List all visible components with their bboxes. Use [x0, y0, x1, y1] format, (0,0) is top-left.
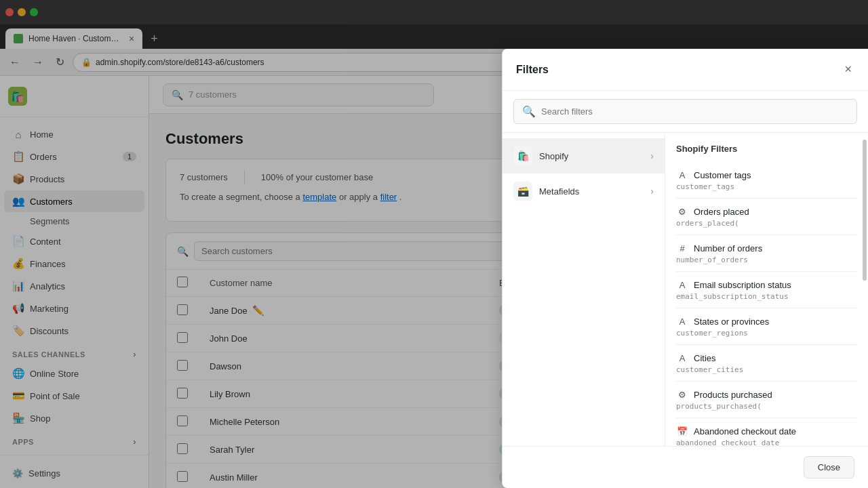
filters-close-button[interactable]: × — [842, 60, 854, 79]
shopify-source-arrow: › — [650, 150, 654, 161]
filter-type-icon: A — [676, 352, 688, 364]
filter-item-code: products_purchased( — [676, 402, 857, 411]
filter-source-metafields[interactable]: 🗃️ Metafields › — [502, 174, 665, 209]
filter-item-cities[interactable]: A Cities customer_cities — [676, 345, 857, 382]
filter-item-customer-tags[interactable]: A Customer tags customer_tags — [676, 162, 857, 199]
filter-type-icon: A — [676, 169, 688, 181]
filter-type-icon: ⚙ — [676, 205, 688, 218]
filters-title: Filters — [516, 64, 549, 76]
filters-search-input[interactable] — [541, 106, 848, 117]
filters-footer: Close — [502, 446, 868, 488]
filter-item-code: number_of_orders — [676, 256, 857, 264]
filter-item-email-subscription-status[interactable]: A Email subscription status email_subscr… — [676, 272, 857, 308]
filter-type-icon: A — [676, 315, 688, 327]
filter-item-name: 📅 Abandoned checkout date — [676, 425, 857, 437]
filter-item-products-purchased[interactable]: ⚙ Products purchased products_purchased( — [676, 382, 857, 418]
filters-search-icon: 🔍 — [522, 105, 536, 118]
filter-item-states-or-provinces[interactable]: A States or provinces customer_regions — [676, 308, 857, 345]
filter-type-icon: ⚙ — [676, 388, 688, 401]
metafields-source-arrow: › — [650, 186, 654, 197]
filter-item-name: A Email subscription status — [676, 279, 857, 291]
filters-close-btn[interactable]: Close — [804, 456, 854, 479]
filter-items-list: A Customer tags customer_tags ⚙ Orders p… — [676, 162, 857, 446]
filter-source-shopify[interactable]: 🛍️ Shopify › — [502, 138, 665, 174]
metafields-source-label: Metafields — [539, 186, 650, 197]
filter-item-code: customer_cities — [676, 365, 857, 374]
filter-item-code: customer_regions — [676, 329, 857, 338]
metafields-source-icon: 🗃️ — [513, 182, 532, 201]
filters-list: Shopify Filters A Customer tags customer… — [665, 133, 868, 446]
filter-type-icon: 📅 — [676, 425, 688, 437]
filter-item-code: email_subscription_status — [676, 292, 857, 301]
filters-sources-sidebar: 🛍️ Shopify › 🗃️ Metafields › — [502, 133, 665, 446]
scrollbar-track — [863, 133, 868, 446]
filter-item-name: A Customer tags — [676, 169, 857, 181]
filters-panel: Filters × 🔍 🛍️ Shopify › 🗃️ Metafields ›… — [502, 49, 868, 488]
filter-item-orders-placed[interactable]: ⚙ Orders placed orders_placed( — [676, 199, 857, 235]
scrollbar-thumb — [863, 140, 867, 281]
filter-item-name: ⚙ Orders placed — [676, 205, 857, 218]
filter-item-code: abandoned_checkout_date — [676, 439, 857, 446]
shopify-source-label: Shopify — [539, 151, 650, 161]
filter-item-abandoned-checkout-date[interactable]: 📅 Abandoned checkout date abandoned_chec… — [676, 418, 857, 446]
filters-body: 🛍️ Shopify › 🗃️ Metafields › Shopify Fil… — [502, 133, 868, 446]
filter-item-name: A Cities — [676, 352, 857, 364]
filter-type-icon: # — [676, 242, 688, 254]
shopify-source-icon: 🛍️ — [513, 146, 532, 165]
filter-item-name: A States or provinces — [676, 315, 857, 327]
filters-category-title: Shopify Filters — [676, 144, 857, 154]
filter-item-number-of-orders[interactable]: # Number of orders number_of_orders — [676, 235, 857, 272]
filter-item-name: ⚙ Products purchased — [676, 388, 857, 401]
filters-search-area: 🔍 — [502, 91, 868, 133]
filter-type-icon: A — [676, 279, 688, 291]
filter-item-code: customer_tags — [676, 182, 857, 191]
filter-item-code: orders_placed( — [676, 219, 857, 228]
filter-item-name: # Number of orders — [676, 242, 857, 254]
filters-header: Filters × — [502, 49, 868, 91]
